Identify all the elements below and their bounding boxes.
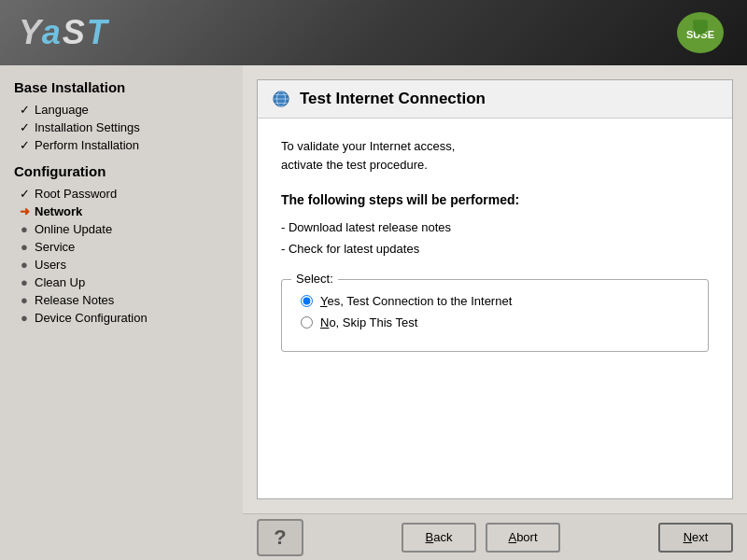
next-rest: ext bbox=[692, 530, 708, 544]
abort-rest: bort bbox=[516, 530, 537, 544]
sidebar-item-language[interactable]: ✓ Language bbox=[14, 101, 229, 119]
back-underline: B bbox=[426, 530, 434, 544]
header: YaST SUSE bbox=[0, 0, 747, 65]
sidebar-item-root-password[interactable]: ✓ Root Password bbox=[14, 185, 229, 203]
configuration-section: Configuration ✓ Root Password ➜ Network … bbox=[14, 163, 229, 327]
suse-icon: SUSE bbox=[675, 10, 726, 55]
radio-option-no[interactable]: No, Skip This Test bbox=[301, 315, 689, 329]
svg-point-4 bbox=[702, 20, 708, 25]
bottom-right: Next bbox=[658, 523, 733, 553]
bottom-left: ? bbox=[257, 519, 303, 556]
panel-title: Test Internet Connection bbox=[300, 90, 486, 108]
bullet-icon: ● bbox=[14, 311, 35, 325]
intro-text: To validate your Internet access, activa… bbox=[281, 137, 709, 174]
help-icon: ? bbox=[274, 525, 286, 550]
radio-no-label: No, Skip This Test bbox=[320, 315, 417, 329]
bullet-icon: ● bbox=[14, 240, 35, 254]
next-underline: N bbox=[684, 530, 692, 544]
bullet-icon: ● bbox=[14, 222, 35, 236]
base-installation-title: Base Installation bbox=[14, 79, 229, 95]
panel-header: Test Internet Connection bbox=[258, 80, 732, 119]
base-installation-section: Base Installation ✓ Language ✓ Installat… bbox=[14, 79, 229, 154]
sidebar: Base Installation ✓ Language ✓ Installat… bbox=[0, 65, 243, 560]
svg-point-3 bbox=[693, 20, 698, 25]
bullet-icon: ● bbox=[14, 275, 35, 289]
abort-underline: A bbox=[508, 530, 516, 544]
sidebar-item-users[interactable]: ● Users bbox=[14, 256, 229, 273]
sidebar-item-service[interactable]: ● Service bbox=[14, 238, 229, 256]
check-icon: ✓ bbox=[14, 138, 35, 152]
bottom-center: Back Abort bbox=[402, 523, 560, 553]
abort-button[interactable]: Abort bbox=[486, 523, 560, 553]
steps-title: The following steps will be performed: bbox=[281, 192, 709, 207]
radio-no[interactable] bbox=[301, 316, 313, 329]
radio-yes[interactable] bbox=[301, 295, 313, 307]
content-area: Test Internet Connection To validate you… bbox=[243, 65, 747, 513]
suse-logo: SUSE bbox=[672, 9, 728, 56]
arrow-icon: ➜ bbox=[14, 204, 35, 218]
content-column: Test Internet Connection To validate you… bbox=[243, 65, 747, 560]
main-layout: Base Installation ✓ Language ✓ Installat… bbox=[0, 65, 747, 560]
sidebar-item-network[interactable]: ➜ Network bbox=[14, 203, 229, 220]
sidebar-item-device-configuration[interactable]: ● Device Configuration bbox=[14, 309, 229, 327]
sidebar-item-perform-installation[interactable]: ✓ Perform Installation bbox=[14, 136, 229, 154]
step-item: - Check for latest updates bbox=[281, 238, 709, 259]
sidebar-item-release-notes[interactable]: ● Release Notes bbox=[14, 291, 229, 309]
yast-logo: YaST bbox=[19, 13, 109, 52]
next-button[interactable]: Next bbox=[658, 523, 733, 553]
bottom-bar: ? Back Abort Next bbox=[243, 513, 747, 560]
sidebar-item-clean-up[interactable]: ● Clean Up bbox=[14, 273, 229, 291]
panel: Test Internet Connection To validate you… bbox=[257, 79, 733, 499]
select-group: Select: Yes, Test Connection to the Inte… bbox=[281, 279, 709, 352]
back-rest: ack bbox=[433, 530, 452, 544]
check-icon: ✓ bbox=[14, 120, 35, 134]
radio-yes-label: Yes, Test Connection to the Internet bbox=[320, 294, 512, 308]
bullet-icon: ● bbox=[14, 258, 35, 272]
panel-body: To validate your Internet access, activa… bbox=[258, 119, 732, 498]
help-button[interactable]: ? bbox=[257, 519, 303, 556]
sidebar-item-installation-settings[interactable]: ✓ Installation Settings bbox=[14, 119, 229, 136]
configuration-title: Configuration bbox=[14, 163, 229, 179]
check-icon: ✓ bbox=[14, 187, 35, 201]
radio-option-yes[interactable]: Yes, Test Connection to the Internet bbox=[301, 294, 689, 308]
steps-list: - Download latest release notes - Check … bbox=[281, 217, 709, 260]
globe-icon bbox=[272, 90, 290, 108]
back-button[interactable]: Back bbox=[402, 523, 476, 553]
bullet-icon: ● bbox=[14, 293, 35, 307]
sidebar-item-online-update[interactable]: ● Online Update bbox=[14, 220, 229, 238]
step-item: - Download latest release notes bbox=[281, 217, 709, 238]
select-legend: Select: bbox=[291, 272, 338, 286]
check-icon: ✓ bbox=[14, 103, 35, 117]
